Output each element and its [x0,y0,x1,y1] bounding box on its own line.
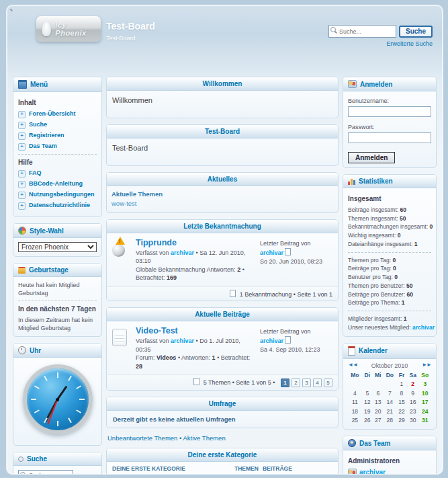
clock-tick [57,421,58,426]
calendar-month-label: Oktober 2010 [357,362,422,370]
calendar-next-button[interactable]: ►► [422,362,431,369]
admin-link[interactable]: archivar [359,468,386,475]
page-button[interactable]: 1 [281,379,289,387]
recent-posts-header: Aktuelle Beiträge [107,308,338,321]
list-item-link[interactable]: Registrieren [29,132,64,139]
password-field[interactable] [348,132,431,143]
list-item-link[interactable]: Nutzungsbedingungen [29,191,94,198]
announcement-topic-link[interactable]: Tipprunde [136,238,177,247]
forum-page: Icy Phoenix Test-Board Test-Board Suche … [6,5,443,475]
calendar-day: 14 [384,398,396,407]
list-item: +BBCode-Anleitung [18,180,97,188]
plus-icon: + [18,192,26,199]
bullet-separator: • [179,434,181,442]
login-block: Anmelden Benutzername: Passwort: Anmelde… [343,77,437,168]
stat-value: 0 [394,274,398,280]
menu-icon [18,80,27,89]
newest-member-link[interactable]: archivar [412,324,435,331]
active-topics-link[interactable]: Aktive Themen [183,434,225,442]
list-item-link[interactable]: Datenschutzrichtlinie [29,202,90,209]
stat-value: 0 [429,223,433,230]
news-topic-link[interactable]: wow-test [111,200,136,208]
calendar-prev-button[interactable]: ◄◄ [348,362,357,369]
list-item-link[interactable]: BBCode-Anleitung [29,180,83,188]
calendar-day: 12 [362,398,373,407]
replies-label: • Antworten: [178,354,210,361]
login-title: Anmelden [360,81,392,88]
replies-count: 2 [237,266,240,273]
list-item-link[interactable]: Foren-Übersicht [29,110,76,118]
divider [348,252,431,253]
birthdays-today-text: Heute hat kein Mitglied Geburtstag [18,281,97,297]
goto-post-icon[interactable] [285,336,291,344]
calendar-day-header: So [419,371,431,380]
last-post-author-link[interactable]: archivar [260,337,283,344]
goto-post-icon[interactable] [285,248,291,255]
page-button[interactable]: 4 [313,379,322,387]
team-block: Das Team Administratoren archivar Modera… [343,436,437,475]
last-post-date: Sa 4. Sep 2010, 12:23 [260,346,320,353]
calendar-day: 20 [373,407,384,416]
list-item-link[interactable]: FAQ [29,169,42,177]
stat-line: Beiträge insgesamt: 60 [348,206,431,214]
statistics-icon [348,178,355,185]
sidebar-search-title: Suche [27,455,47,463]
list-item-link[interactable]: Suche [29,121,47,128]
stat-value: 60 [406,291,412,298]
site-subtitle: Test-Board [106,35,136,42]
stats-group-1: Beiträge insgesamt: 60Themen insgesamt: … [348,206,431,249]
last-post-author-link[interactable]: archivar [260,249,283,256]
calendar-grid: MoDiMiDoFrSaSo12345678910111213141516171… [348,371,431,426]
advanced-search-link[interactable]: Erweiterte Suche [386,40,433,47]
page-button[interactable]: 5 [324,379,332,387]
list-item-link[interactable]: Das Team [29,143,57,150]
author-link[interactable]: archivar [171,249,194,256]
header-search-input[interactable] [328,25,396,38]
stat-label: Wichtig insgesamt: [348,232,398,239]
board-header: Test-Board [107,125,338,138]
recent-topic-link[interactable]: Video-Test [136,326,178,335]
style-select[interactable]: Frozen Phoenix [18,242,97,252]
login-button[interactable]: Anmelden [348,152,395,163]
calendar-day: 5 [362,389,373,398]
calendar-day: 9 [407,389,419,398]
posted-by-label: Verfasst von [136,249,169,256]
password-label: Passwort: [348,123,431,131]
page-button[interactable]: 3 [302,379,311,387]
topic-icon [112,326,130,370]
calendar-day-header: Mi [373,371,384,380]
pages-icon [230,290,236,297]
sidebar-search-input[interactable] [18,470,73,475]
username-field[interactable] [348,106,431,117]
plus-icon: + [18,202,26,210]
clock-tick [31,399,36,400]
news-block: Aktuelles Aktuelle Themen wow-test [106,172,339,213]
page-button[interactable]: 2 [292,379,300,387]
logo-text: Icy Phoenix [55,21,95,37]
statistics-block: Statistiken Insgesamt Beiträge insgesamt… [343,174,437,336]
divider [348,311,431,311]
welcome-block: Willkommen Willkommen [106,77,339,118]
clock-pin [56,398,59,401]
unanswered-topics-link[interactable]: Unbeantwortete Themen [107,434,177,442]
quicklinks: Unbeantwortete Themen • Aktive Themen [107,434,337,442]
stat-value: 1 [414,241,418,247]
author-link[interactable]: archivar [171,337,194,344]
divider [18,301,97,301]
forum-link[interactable]: Videos [156,354,176,361]
calendar-day: 4 [348,389,362,398]
stat-label: Beiträge pro Benutzer: [348,291,406,298]
stat-value: 50 [406,282,412,289]
calendar-day: 7 [384,389,396,398]
clock-tick [34,385,39,389]
logo-button[interactable]: Icy Phoenix [36,16,101,42]
news-header: Aktuelles [107,173,338,186]
stat-value: 0 [392,257,396,264]
stat-line: Beiträge pro Thema: 1 [348,298,431,307]
birthday-cake-icon [18,267,26,274]
header-search-button[interactable]: Suche [399,26,433,38]
statistics-title: Statistiken [359,177,393,185]
clock-tick [68,417,72,423]
calendar-day: 1 [396,380,407,389]
calendar-day: 13 [373,398,384,407]
